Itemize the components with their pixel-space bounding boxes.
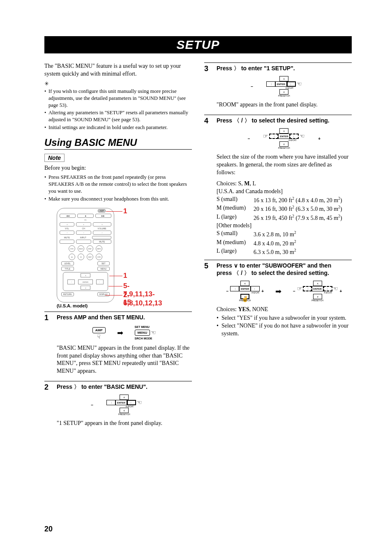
aecat-label: A-E/CAT.	[288, 139, 297, 141]
intro-text: The "BASIC MENU" feature is a useful way…	[44, 62, 192, 78]
plus-label: +	[260, 289, 265, 293]
os-val: 3.6 x 2.8 m, 10 m	[254, 231, 294, 238]
heading-pre: Press	[217, 65, 234, 72]
s-key: S (small)	[217, 196, 254, 205]
step-number: 4	[204, 117, 212, 256]
l-val2: (7.9 x 5.8 m, 45 m	[294, 215, 338, 221]
amp-button-label: AMP	[92, 327, 106, 333]
step-4: 4 Press 〈 / 〉 to select the desired sett…	[204, 115, 352, 256]
aecat-label: A-E/CAT.	[324, 292, 332, 294]
pad-up: ∧	[313, 281, 322, 286]
minus-label: –	[246, 136, 252, 141]
pad-left: 〈	[303, 286, 312, 291]
aecat-label: A-E/CAT.	[251, 292, 260, 294]
h-l1-post: to enter "SUBWOOFER" and then	[238, 262, 331, 269]
step-text: "ROOM" appears in the front panel displa…	[217, 101, 352, 109]
s-val2: (4.8 x 4.0 m, 20 m	[294, 197, 338, 203]
callout-4: 2-6,8,10,12,13	[123, 291, 162, 307]
heading-post: to select the desired setting.	[250, 117, 330, 124]
step-3: 3 Press 〉 to enter "1 SETUP". – ∧ 〈 ENTE…	[204, 62, 352, 111]
step-number: 2	[44, 383, 52, 430]
m-val: 20 x 16 ft, 300 ft	[254, 206, 292, 212]
pad-down: ∨	[279, 141, 288, 147]
step-1: 1 Press AMP and then SET MENU. AMP ☟ ➡ S…	[44, 312, 192, 378]
bullet-item: Select "NONE" if you do not have a subwo…	[217, 322, 352, 338]
om-val: 4.8 x 4.0 m, 20 m	[254, 240, 294, 246]
pad-right: 〉	[127, 400, 136, 405]
heading-post: to enter "BASIC MENU".	[80, 383, 148, 390]
choices-post: , NONE	[249, 306, 268, 312]
preset-label: PRESET/CH	[278, 147, 290, 149]
pad-up: ∧	[120, 395, 129, 400]
note-label: Note	[44, 154, 65, 162]
enter-pad-diagram: – ∧ ☞ 〈 ENTER 〉 ☜ A-E/CAT. ∨	[217, 128, 352, 149]
pad-enter: ENTER	[312, 286, 323, 291]
pad-enter: ENTER	[275, 81, 287, 87]
h-l2-mid: /	[239, 270, 244, 276]
step-text: "1 SETUP" appears in the front panel dis…	[57, 420, 192, 427]
pad-up: ∧	[279, 76, 288, 81]
h-l1-pre: Press	[217, 262, 234, 269]
tip-item: If you wish to configure this unit manua…	[44, 88, 192, 109]
enter-pad-diagram: – ∧ 〈 ENTER 〉 ☜ A-E/CAT. ∨ PRESET/CH	[217, 76, 352, 97]
pad-right: 〉	[290, 134, 299, 139]
remote-illustration: AMP ◀◀■▶▶ TV ＋＋＋ VOLCHVOLUME －－－ MUTEINP…	[57, 208, 147, 308]
choices-line: Choices: S, M, L	[217, 180, 352, 188]
pad-right: 〉	[251, 286, 260, 291]
step-heading: Press ∨ to enter "SUBWOOFER" and then pr…	[217, 262, 352, 277]
other-label: [Other models]	[217, 222, 352, 230]
heading-pre: Press	[57, 383, 74, 390]
m-key: M (medium)	[217, 204, 254, 213]
plus-label: +	[338, 289, 344, 293]
pad-enter: ENTER	[278, 134, 290, 139]
preset-label: PRESET/CH	[278, 95, 290, 97]
plus-label: +	[316, 136, 322, 141]
s-val: 16 x 13 ft, 200 ft	[254, 197, 292, 203]
page-title-band: SETUP	[44, 36, 352, 53]
pad-enter: ENTER	[239, 286, 251, 291]
pad-left: 〈	[230, 286, 239, 291]
callout-2: 1	[123, 272, 127, 280]
hand-icon: ☟	[92, 333, 106, 340]
preset-label: PRESET/CH	[118, 413, 130, 416]
step-text: Select the size of the room where you ha…	[217, 153, 352, 177]
choices-bold: M	[244, 180, 249, 187]
h-l2-pre: press	[217, 270, 233, 276]
step-2: 2 Press 〉 to enter "BASIC MENU". – ∧ 〈 E…	[44, 381, 192, 430]
before-list: Press SPEAKERS on the front panel repeat…	[44, 174, 192, 203]
menu-button-label: MENU	[135, 330, 150, 336]
pad-up: ∧	[240, 281, 249, 286]
l-val: 26 x 19 ft, 450 ft	[254, 215, 292, 221]
before-item: Make sure you disconnect your headphones…	[44, 196, 192, 203]
om-key: M (medium)	[217, 239, 254, 248]
pad-up: ∧	[279, 128, 288, 134]
minus-label: –	[249, 84, 255, 89]
os-key: S (small)	[217, 230, 254, 239]
step-heading: Press 〈 / 〉 to select the desired settin…	[217, 117, 352, 124]
minus-label: –	[89, 403, 95, 407]
choices-line: Choices: YES, NONE	[217, 306, 352, 314]
heading-post: to enter "1 SETUP".	[240, 65, 295, 72]
room-size-table: [U.S.A. and Canada models] S (small)16 x…	[217, 188, 352, 256]
tip-item: Initial settings are indicated in bold u…	[44, 124, 192, 131]
before-text: Before you begin:	[44, 164, 192, 172]
pad-left: 〈	[106, 400, 115, 405]
step-text: "BASIC MENU" appears in the front panel …	[57, 344, 192, 376]
pad-down: ∨	[313, 294, 322, 299]
ol-key: L (large)	[217, 247, 254, 256]
setmenu-bot: SRCH MODE	[135, 337, 152, 340]
pad-down: ∨	[120, 408, 129, 413]
l-key: L (large)	[217, 213, 254, 222]
tips-list: If you wish to configure this unit manua…	[44, 88, 192, 131]
before-item: Press SPEAKERS on the front panel repeat…	[44, 174, 192, 195]
callout-1: 1	[123, 207, 127, 215]
pad-enter: ENTER	[115, 400, 127, 405]
section-heading: Using BASIC MENU	[44, 137, 192, 150]
step-number: 3	[204, 65, 212, 111]
pad-left: 〈	[269, 134, 278, 139]
amp-diagram: AMP ☟ ➡ SET MENU MENU ☜ SRCH MODE	[57, 325, 192, 340]
tip-icon: ✳	[44, 81, 192, 87]
hand-icon: ☜	[151, 329, 156, 336]
choices-pre: Choices: S,	[217, 180, 244, 187]
minus-label: –	[225, 289, 231, 293]
